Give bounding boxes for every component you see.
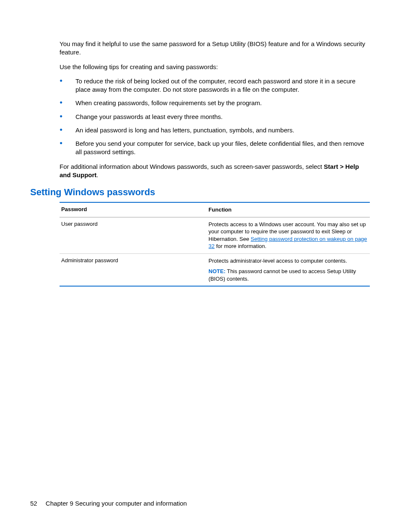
closing-para: For additional information about Windows… [60, 163, 370, 180]
tip-item: Before you send your computer for servic… [60, 139, 370, 157]
table-cell-function: Protects administrator-level access to c… [208, 257, 368, 283]
table-row: Administrator password Protects administ… [60, 254, 370, 286]
row1-desc-after: for more information. [215, 243, 267, 249]
password-table: Password Function User password Protects… [60, 202, 370, 287]
note-text: This password cannot be used to access S… [208, 268, 356, 282]
note-block: NOTE: This password cannot be used to ac… [208, 268, 368, 282]
note-label: NOTE: [208, 268, 225, 274]
table-header-password: Password [61, 206, 208, 214]
page-number: 52 [30, 500, 37, 507]
page-footer: 52 Chapter 9 Securing your computer and … [30, 500, 187, 507]
table-row: User password Protects access to a Windo… [60, 217, 370, 254]
row2-desc: Protects administrator-level access to c… [208, 257, 368, 265]
tip-item: Change your passwords at least every thr… [60, 113, 370, 121]
table-header-row: Password Function [60, 203, 370, 217]
closing-text-after: . [96, 171, 98, 178]
table-cell-label: User password [61, 221, 208, 250]
closing-text-before: For additional information about Windows… [60, 163, 324, 170]
tip-item: When creating passwords, follow requirem… [60, 99, 370, 107]
chapter-label: Chapter 9 Securing your computer and inf… [46, 500, 187, 507]
intro-para-1: You may find it helpful to use the same … [60, 40, 370, 57]
page-content: You may find it helpful to use the same … [0, 0, 400, 287]
section-heading: Setting Windows passwords [30, 187, 370, 198]
tip-item: To reduce the risk of being locked out o… [60, 77, 370, 94]
table-cell-label: Administrator password [61, 257, 208, 283]
tip-item: An ideal password is long and has letter… [60, 126, 370, 134]
table-header-function: Function [208, 206, 368, 214]
tips-list: To reduce the risk of being locked out o… [60, 77, 370, 157]
intro-para-2: Use the following tips for creating and … [60, 63, 370, 71]
table-cell-function: Protects access to a Windows user accoun… [208, 221, 368, 250]
